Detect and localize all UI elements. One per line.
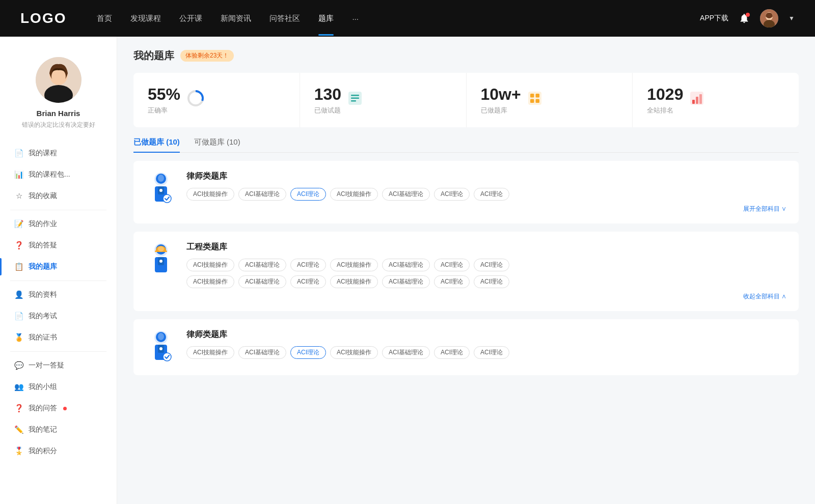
tag-eng-2-2[interactable]: ACI理论	[290, 275, 326, 288]
tag-eng-2-3[interactable]: ACI技能操作	[330, 275, 378, 288]
qbank-title-engineer: 工程类题库	[186, 242, 786, 253]
tags-row-lawyer-1: ACI技能操作 ACI基础理论 ACI理论 ACI技能操作 ACI基础理论 AC…	[186, 188, 786, 201]
main-content: 我的题库 体验剩余23天！ 55% 正确率	[117, 37, 815, 504]
menu-item-points[interactable]: 🎖️ 我的积分	[0, 440, 117, 462]
menu-item-group[interactable]: 👥 我的小组	[0, 376, 117, 398]
cert-icon: 🏅	[14, 333, 23, 342]
tag-eng-2-6[interactable]: ACI理论	[474, 275, 509, 288]
tag-lawyer-2-4[interactable]: ACI基础理论	[382, 346, 430, 359]
tag-eng-1-1[interactable]: ACI基础理论	[238, 259, 286, 271]
svg-rect-13	[351, 100, 356, 102]
user-menu-chevron-icon[interactable]: ▼	[789, 15, 795, 22]
menu-item-qa[interactable]: ❓ 我的答疑	[0, 235, 117, 256]
expand-link-lawyer-1[interactable]: 展开全部科目 ∨	[186, 205, 786, 213]
qbank-body-engineer: 工程类题库 ACI技能操作 ACI基础理论 ACI理论 ACI技能操作 ACI基…	[186, 242, 786, 301]
tag-lawyer-2-3[interactable]: ACI技能操作	[330, 346, 378, 359]
homework-icon: 📝	[14, 219, 23, 229]
menu-divider-3	[10, 351, 106, 352]
notes-icon: ✏️	[14, 425, 23, 434]
menu-label-course-pkg: 我的课程包...	[29, 170, 70, 179]
nav-discover[interactable]: 发现课程	[130, 14, 161, 23]
stat-done-questions-value: 130	[314, 85, 341, 104]
svg-point-42	[159, 347, 162, 350]
menu-label-profile: 我的资料	[29, 290, 57, 299]
tag-eng-2-1[interactable]: ACI基础理论	[238, 275, 286, 288]
stat-accuracy-label: 正确率	[148, 106, 180, 115]
menu-label-qbank: 我的题库	[29, 262, 57, 271]
qbank-body-lawyer-1: 律师类题库 ACI技能操作 ACI基础理论 ACI理论 ACI技能操作 ACI基…	[186, 171, 786, 213]
nav-more[interactable]: ···	[352, 14, 359, 23]
tags-row-engineer-1: ACI技能操作 ACI基础理论 ACI理论 ACI技能操作 ACI基础理论 AC…	[186, 259, 786, 271]
menu-label-cert: 我的证书	[29, 333, 57, 342]
tag-lawyer-2-1[interactable]: ACI基础理论	[238, 346, 286, 359]
nav-news[interactable]: 新闻资讯	[221, 14, 251, 23]
menu-item-course-pkg[interactable]: 📊 我的课程包...	[0, 164, 117, 185]
nav-qbank[interactable]: 题库	[318, 14, 334, 23]
stat-accuracy-content: 55% 正确率	[148, 85, 180, 115]
menu-label-qa: 我的答疑	[29, 241, 57, 250]
svg-rect-12	[351, 98, 359, 99]
menu-item-profile[interactable]: 👤 我的资料	[0, 284, 117, 305]
tag-eng-1-0[interactable]: ACI技能操作	[186, 259, 234, 271]
menu-label-questions: 我的问答	[29, 404, 57, 413]
menu-divider-2	[10, 281, 106, 281]
menu-item-1on1[interactable]: 💬 一对一答疑	[0, 355, 117, 376]
menu-item-qbank[interactable]: 📋 我的题库	[0, 256, 117, 277]
menu-label-points: 我的积分	[29, 446, 57, 456]
menu-item-notes[interactable]: ✏️ 我的笔记	[0, 419, 117, 440]
menu-item-favorites[interactable]: ☆ 我的收藏	[0, 185, 117, 207]
qbank-title-lawyer-1: 律师类题库	[186, 171, 786, 182]
stat-done-banks-label: 已做题库	[481, 106, 521, 115]
tag-lawyer-2-5[interactable]: ACI理论	[434, 346, 470, 359]
tab-done-banks[interactable]: 已做题库 (10)	[133, 137, 180, 152]
stat-done-questions: 130 已做试题	[300, 73, 467, 127]
lawyer-icon-2	[146, 329, 176, 365]
tag-eng-2-5[interactable]: ACI理论	[434, 275, 470, 288]
svg-point-9	[191, 93, 201, 103]
tag-lawyer-1-1[interactable]: ACI基础理论	[238, 188, 286, 201]
stat-rank-label: 全站排名	[647, 106, 683, 115]
tag-eng-1-5[interactable]: ACI理论	[434, 259, 470, 271]
tag-lawyer-2-2[interactable]: ACI理论	[290, 346, 326, 359]
tag-eng-1-6[interactable]: ACI理论	[474, 259, 509, 271]
menu-item-questions[interactable]: ❓ 我的问答	[0, 398, 117, 419]
nav-qa[interactable]: 问答社区	[269, 14, 300, 23]
qbank-title-lawyer-2: 律师类题库	[186, 329, 786, 340]
menu-label-group: 我的小组	[29, 382, 57, 391]
tag-lawyer-1-2[interactable]: ACI理论	[290, 188, 326, 201]
app-download-button[interactable]: APP下载	[700, 14, 728, 23]
course-pkg-icon: 📊	[14, 170, 23, 179]
tag-lawyer-1-0[interactable]: ACI技能操作	[186, 188, 234, 201]
tab-available-banks[interactable]: 可做题库 (10)	[194, 137, 240, 152]
menu-item-homework[interactable]: 📝 我的作业	[0, 213, 117, 235]
tag-eng-2-4[interactable]: ACI基础理论	[382, 275, 430, 288]
menu-item-exam[interactable]: 📄 我的考试	[0, 305, 117, 327]
tag-eng-1-2[interactable]: ACI理论	[290, 259, 326, 271]
stat-accuracy: 55% 正确率	[133, 73, 300, 127]
svg-rect-17	[530, 99, 534, 103]
page-layout: Brian Harris 错误的决定比没有决定要好 📄 我的课程 📊 我的课程包…	[0, 37, 815, 504]
accuracy-chart-icon	[186, 89, 205, 111]
tag-lawyer-2-6[interactable]: ACI理论	[474, 346, 509, 359]
menu-item-course[interactable]: 📄 我的课程	[0, 143, 117, 164]
tag-eng-1-4[interactable]: ACI基础理论	[382, 259, 430, 271]
tag-lawyer-1-6[interactable]: ACI理论	[474, 188, 509, 201]
tag-eng-1-3[interactable]: ACI技能操作	[330, 259, 378, 271]
tags-row-engineer-2: ACI技能操作 ACI基础理论 ACI理论 ACI技能操作 ACI基础理论 AC…	[186, 275, 786, 288]
tag-lawyer-1-4[interactable]: ACI基础理论	[382, 188, 430, 201]
tag-lawyer-1-5[interactable]: ACI理论	[434, 188, 470, 201]
stat-done-questions-label: 已做试题	[314, 106, 341, 115]
user-avatar-nav[interactable]	[760, 9, 778, 27]
nav-right: APP下载 ▼	[700, 9, 795, 27]
collapse-link-engineer[interactable]: 收起全部科目 ∧	[186, 292, 786, 301]
nav-home[interactable]: 首页	[97, 14, 112, 23]
menu-label-notes: 我的笔记	[29, 425, 57, 434]
tag-lawyer-1-3[interactable]: ACI技能操作	[330, 188, 378, 201]
notification-bell-icon[interactable]	[739, 13, 750, 24]
tag-eng-2-0[interactable]: ACI技能操作	[186, 275, 234, 288]
menu-item-cert[interactable]: 🏅 我的证书	[0, 327, 117, 348]
stats-row: 55% 正确率 130 已做试题	[133, 73, 799, 127]
nav-open-course[interactable]: 公开课	[179, 14, 202, 23]
question-red-dot	[63, 407, 67, 410]
tag-lawyer-2-0[interactable]: ACI技能操作	[186, 346, 234, 359]
